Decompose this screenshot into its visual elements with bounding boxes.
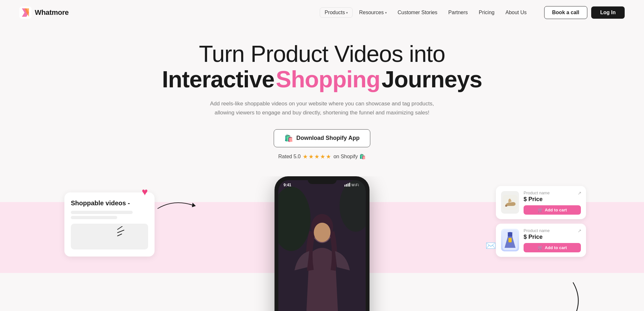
shopify-bag-icon: 🛍️ xyxy=(284,134,293,142)
phone-section: Shoppable videos - ♥ 9:41 xyxy=(0,176,644,311)
book-call-button[interactable]: Book a call xyxy=(544,6,587,19)
nav-item-pricing[interactable]: Pricing xyxy=(474,8,499,17)
chevron-down-icon: ▾ xyxy=(346,11,348,15)
left-card-image xyxy=(71,224,148,249)
svg-rect-21 xyxy=(508,238,512,242)
left-card-line1 xyxy=(71,211,133,214)
rating-text: Rated 5.0 xyxy=(278,154,300,160)
phone-screen: 9:41 WiFi xyxy=(279,180,366,311)
hero-shopping-text: Shopping xyxy=(276,66,380,92)
nav-link-resources[interactable]: Resources ▾ xyxy=(355,8,391,17)
nav-link-partners[interactable]: Partners xyxy=(444,8,472,17)
hero-subtitle: Add reels-like shoppable videos on your … xyxy=(200,99,444,117)
nav-links: Products ▾ Resources ▾ Customer Stories … xyxy=(320,7,531,18)
envelope-icon: ✉️ xyxy=(486,241,496,251)
left-shoppable-card: Shoppable videos - xyxy=(64,192,155,257)
product-cards-container: Product name $ Price 🛒 Add to cart ↗ xyxy=(496,186,586,257)
product-price-1: $ Price xyxy=(524,196,581,203)
video-background xyxy=(279,180,366,311)
star-rating: ★★★★★ xyxy=(303,153,332,160)
logo-icon xyxy=(19,6,32,19)
svg-rect-7 xyxy=(345,185,346,187)
phone-mockup: 9:41 WiFi xyxy=(275,176,370,311)
phone-time: 9:41 xyxy=(284,183,291,187)
svg-line-4 xyxy=(118,230,124,233)
svg-marker-6 xyxy=(192,203,196,207)
arrow-icon xyxy=(155,196,200,215)
chevron-down-icon-resources: ▾ xyxy=(385,11,387,15)
svg-rect-19 xyxy=(505,205,507,207)
left-card-line2 xyxy=(71,216,117,219)
hero-rating: Rated 5.0 ★★★★★ on Shopify 🛍️ xyxy=(19,153,625,160)
cart-icon-2: 🛒 xyxy=(538,245,543,250)
hero-interactive-text: Interactive xyxy=(162,66,274,92)
wiggle-decorative-lines xyxy=(116,226,129,242)
cart-icon-1: 🛒 xyxy=(538,208,543,212)
phone-frame: 9:41 WiFi xyxy=(275,176,370,311)
dress-icon xyxy=(503,230,517,250)
svg-rect-9 xyxy=(348,183,349,187)
login-button[interactable]: Log In xyxy=(591,6,625,19)
product-link-icon-1[interactable]: ↗ xyxy=(578,190,582,196)
product-thumbnail-1 xyxy=(501,191,519,214)
rating-on-text: on Shopify 🛍️ xyxy=(334,153,366,160)
nav-link-about[interactable]: About Us xyxy=(501,8,531,17)
phone-notch xyxy=(308,176,336,184)
nav-link-pricing[interactable]: Pricing xyxy=(474,8,499,17)
product-link-icon-2[interactable]: ↗ xyxy=(578,228,582,233)
product-card-1-wrap: Product name $ Price 🛒 Add to cart ↗ xyxy=(496,186,586,219)
hero-section: Turn Product Videos into Interactive Sho… xyxy=(0,25,644,160)
product-price-2: $ Price xyxy=(524,234,581,240)
left-card-title: Shoppable videos - xyxy=(71,199,148,207)
add-to-cart-button-1[interactable]: 🛒 Add to cart xyxy=(524,205,581,215)
nav-link-customer-stories[interactable]: Customer Stories xyxy=(393,8,442,17)
product-name-label-2: Product name xyxy=(524,228,581,233)
svg-rect-8 xyxy=(346,184,347,187)
product-thumbnail-2 xyxy=(501,229,519,251)
logo-link[interactable]: Whatmore xyxy=(19,6,69,19)
product-info-2: Product name $ Price 🛒 Add to cart xyxy=(524,228,581,252)
product-card-2: Product name $ Price 🛒 Add to cart xyxy=(496,224,586,257)
brand-name: Whatmore xyxy=(35,8,69,17)
svg-point-17 xyxy=(314,223,331,242)
product-info-1: Product name $ Price 🛒 Add to cart xyxy=(524,190,581,215)
add-to-cart-button-2[interactable]: 🛒 Add to cart xyxy=(524,243,581,252)
svg-text:WiFi: WiFi xyxy=(352,183,359,187)
nav-item-about[interactable]: About Us xyxy=(501,8,531,17)
download-shopify-button[interactable]: 🛍️ Download Shopify App xyxy=(274,129,370,147)
svg-line-3 xyxy=(118,226,122,229)
svg-rect-18 xyxy=(503,195,517,210)
hero-title: Turn Product Videos into Interactive Sho… xyxy=(19,41,625,92)
svg-rect-10 xyxy=(349,183,350,187)
nav-item-resources[interactable]: Resources ▾ xyxy=(355,8,391,17)
hero-title-line1: Turn Product Videos into xyxy=(19,41,625,67)
heart-icon: ♥ xyxy=(142,186,148,198)
shoe-icon xyxy=(503,195,517,210)
nav-link-products[interactable]: Products ▾ xyxy=(320,7,353,18)
hero-journeys-text: Journeys xyxy=(382,66,482,92)
nav-item-products[interactable]: Products ▾ xyxy=(320,7,353,18)
product-card-2-wrap: Product name $ Price 🛒 Add to cart ↗ xyxy=(496,224,586,257)
nav-item-customer-stories[interactable]: Customer Stories xyxy=(393,8,442,17)
nav-item-partners[interactable]: Partners xyxy=(444,8,472,17)
svg-line-5 xyxy=(118,234,122,236)
hero-title-line2: Interactive Shopping Journeys xyxy=(19,67,625,92)
hero-cta: 🛍️ Download Shopify App xyxy=(19,129,625,147)
woman-silhouette xyxy=(279,180,366,311)
product-name-label-1: Product name xyxy=(524,190,581,195)
nav-actions: Book a call Log In xyxy=(544,6,625,19)
decorative-curve xyxy=(522,279,586,311)
product-card-1: Product name $ Price 🛒 Add to cart xyxy=(496,186,586,219)
phone-status-icons: WiFi xyxy=(345,183,361,187)
navbar: Whatmore Products ▾ Resources ▾ Customer… xyxy=(0,0,644,25)
